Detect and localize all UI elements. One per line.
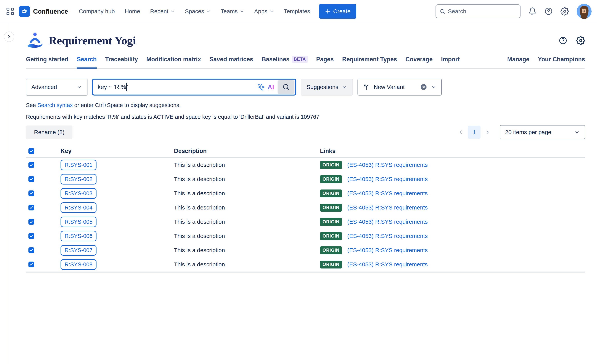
advanced-query-input[interactable]: key ~ 'R:% ' AI xyxy=(92,79,296,95)
tab[interactable]: Pages xyxy=(316,56,334,69)
app-settings-gear-icon[interactable] xyxy=(576,36,585,45)
requirement-link[interactable]: (ES-4053) R:SYS requirements xyxy=(347,176,428,182)
requirement-link[interactable]: (ES-4053) R:SYS requirements xyxy=(347,261,428,268)
requirement-description: This is a description xyxy=(174,247,320,254)
query-text: key ~ 'R:% xyxy=(98,84,126,91)
chevron-down-icon xyxy=(239,9,244,14)
ai-label[interactable]: AI xyxy=(267,83,274,91)
suggestions-button[interactable]: Suggestions xyxy=(301,79,353,95)
tab[interactable]: Requirement Types xyxy=(342,56,397,69)
requirement-key-chip[interactable]: R:SYS-006 xyxy=(61,231,96,241)
hint-suffix: or enter Ctrl+Space to display suggestio… xyxy=(74,102,181,108)
requirement-key-chip[interactable]: R:SYS-003 xyxy=(61,188,96,199)
global-search[interactable] xyxy=(436,4,520,18)
variant-branch-icon xyxy=(363,84,370,91)
topnav-item-label: Recent xyxy=(150,8,168,15)
requirement-key-chip[interactable]: R:SYS-004 xyxy=(61,202,96,213)
requirement-link[interactable]: (ES-4053) R:SYS requirements xyxy=(347,162,428,168)
tab-label: Your Champions xyxy=(538,56,585,63)
confluence-logo-icon[interactable] xyxy=(19,6,30,17)
tab-label: Pages xyxy=(316,56,334,63)
row-checkbox[interactable] xyxy=(28,219,34,225)
requirement-link[interactable]: (ES-4053) R:SYS requirements xyxy=(347,218,428,225)
requirement-key-chip[interactable]: R:SYS-007 xyxy=(61,245,96,256)
search-syntax-link[interactable]: Search syntax xyxy=(38,102,73,108)
search-mode-select[interactable]: Advanced xyxy=(26,79,87,95)
user-avatar[interactable] xyxy=(577,4,592,19)
requirement-link[interactable]: (ES-4053) R:SYS requirements xyxy=(347,233,428,239)
next-page-icon[interactable] xyxy=(484,129,492,135)
origin-badge: ORIGIN xyxy=(320,161,342,169)
rename-button[interactable]: Rename (8) xyxy=(26,125,72,139)
requirement-key-chip[interactable]: R:SYS-001 xyxy=(61,160,96,170)
topnav-item[interactable]: Apps xyxy=(254,8,274,15)
search-icon xyxy=(282,83,290,91)
app-tabs: Getting started Search Traceability Modi… xyxy=(26,56,585,69)
row-checkbox[interactable] xyxy=(28,176,34,182)
topnav-item[interactable]: Recent xyxy=(150,8,175,15)
tab[interactable]: Baselines BETA xyxy=(262,56,308,69)
table-row: R:SYS-008 This is a description ORIGIN (… xyxy=(26,257,585,271)
row-checkbox[interactable] xyxy=(28,262,34,267)
create-button[interactable]: Create xyxy=(319,4,356,19)
requirement-link[interactable]: (ES-4053) R:SYS requirements xyxy=(347,247,428,254)
chevron-down-icon xyxy=(342,84,347,90)
row-checkbox[interactable] xyxy=(28,162,34,168)
app-help-icon[interactable] xyxy=(558,36,567,45)
current-page-button[interactable]: 1 xyxy=(468,126,480,139)
tab-label: Baselines xyxy=(262,56,290,63)
row-checkbox[interactable] xyxy=(28,233,34,239)
tab-label: Modification matrix xyxy=(146,56,201,63)
previous-page-icon[interactable] xyxy=(457,129,465,135)
confluence-topnav: Confluence Company hub Home Recent Space… xyxy=(0,0,597,23)
ai-sparkle-icon[interactable] xyxy=(257,83,266,92)
tab[interactable]: Traceability xyxy=(105,56,138,69)
topnav-item[interactable]: Company hub xyxy=(79,8,115,15)
chevron-down-icon xyxy=(77,84,82,90)
requirement-key-chip[interactable]: R:SYS-008 xyxy=(61,259,96,270)
check-icon xyxy=(29,220,33,224)
check-icon xyxy=(29,149,33,153)
requirement-key-chip[interactable]: R:SYS-005 xyxy=(61,217,96,227)
tab[interactable]: Search xyxy=(77,56,96,69)
requirement-link[interactable]: (ES-4053) R:SYS requirements xyxy=(347,204,428,211)
chevron-down-icon xyxy=(170,9,175,14)
help-icon[interactable] xyxy=(544,7,553,15)
settings-gear-icon[interactable] xyxy=(560,7,569,15)
table-row: R:SYS-001 This is a description ORIGIN (… xyxy=(26,158,585,172)
row-checkbox[interactable] xyxy=(28,190,34,196)
row-checkbox[interactable] xyxy=(28,247,34,253)
row-checkbox[interactable] xyxy=(28,205,34,210)
select-all-checkbox[interactable] xyxy=(28,148,34,154)
app-switcher-icon[interactable] xyxy=(7,8,14,15)
run-search-button[interactable] xyxy=(278,80,294,94)
requirement-key-chip[interactable]: R:SYS-002 xyxy=(61,174,96,185)
tab-label: Requirement Types xyxy=(342,56,397,63)
expand-sidebar-button[interactable] xyxy=(4,31,14,42)
topnav-item-label: Spaces xyxy=(185,8,204,15)
origin-badge: ORIGIN xyxy=(320,232,342,240)
origin-badge: ORIGIN xyxy=(320,261,342,269)
topnav-item[interactable]: Templates xyxy=(284,8,310,15)
topnav-item[interactable]: Spaces xyxy=(185,8,211,15)
tab[interactable]: Manage xyxy=(507,56,529,69)
topnav-item-label: Teams xyxy=(221,8,238,15)
requirement-link[interactable]: (ES-4053) R:SYS requirements xyxy=(347,190,428,197)
clear-variant-icon[interactable] xyxy=(420,84,427,91)
variant-select[interactable]: New Variant xyxy=(358,79,442,95)
tab[interactable]: Coverage xyxy=(406,56,433,69)
sidebar-divider xyxy=(9,23,9,364)
notifications-bell-icon[interactable] xyxy=(528,7,537,15)
global-search-input[interactable] xyxy=(448,8,516,15)
topnav-item[interactable]: Home xyxy=(125,8,140,15)
pagination: 1 20 items per page xyxy=(457,125,585,139)
tab-label: Import xyxy=(441,56,460,63)
tab[interactable]: Import xyxy=(441,56,460,69)
topnav-item[interactable]: Teams xyxy=(221,8,244,15)
tab[interactable]: Getting started xyxy=(26,56,68,69)
tab[interactable]: Your Champions xyxy=(538,56,585,69)
chevron-down-icon[interactable] xyxy=(431,84,436,90)
tab[interactable]: Modification matrix xyxy=(146,56,201,69)
tab[interactable]: Saved matrices xyxy=(210,56,253,69)
items-per-page-select[interactable]: 20 items per page xyxy=(500,125,585,139)
